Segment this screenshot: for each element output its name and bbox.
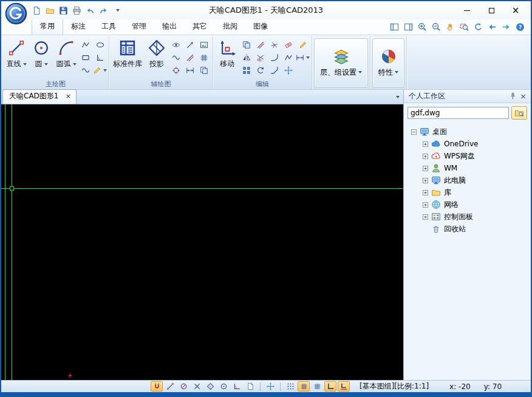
center-snap-toggle[interactable] bbox=[217, 381, 230, 392]
circle-button[interactable]: 圆 bbox=[29, 37, 53, 77]
intersection-snap-toggle[interactable] bbox=[191, 381, 203, 392]
tree-node-onedrive[interactable]: +OneDrive bbox=[404, 138, 531, 150]
undo-button[interactable] bbox=[84, 4, 96, 16]
expand-toggle[interactable]: + bbox=[423, 190, 428, 195]
properties-button[interactable]: 特性 bbox=[372, 38, 404, 87]
tree-node-control-panel[interactable]: +控制面板 bbox=[404, 211, 531, 223]
measure-button[interactable] bbox=[296, 52, 310, 64]
expand-toggle[interactable]: + bbox=[423, 141, 428, 147]
construction-line-button[interactable] bbox=[93, 52, 107, 64]
break-button[interactable] bbox=[282, 52, 295, 64]
hatch-button[interactable] bbox=[197, 52, 211, 64]
tab-close-icon[interactable]: × bbox=[64, 93, 72, 100]
tree-node-desktop[interactable]: −桌面 bbox=[404, 126, 531, 138]
tree-node-recycle-bin[interactable]: 回收站 bbox=[404, 223, 531, 235]
fillet-button[interactable] bbox=[268, 52, 281, 64]
print-button[interactable] bbox=[70, 4, 83, 16]
ribbon-tab-review[interactable]: 批阅 bbox=[215, 19, 245, 35]
maximize-button[interactable] bbox=[481, 4, 502, 16]
grid-display-toggle[interactable] bbox=[311, 381, 323, 392]
standard-parts-library-button[interactable]: 标准件库 bbox=[111, 37, 144, 77]
explode-button[interactable] bbox=[268, 39, 281, 51]
previous-view-button[interactable] bbox=[486, 21, 498, 33]
ellipse-button[interactable] bbox=[93, 39, 107, 51]
close-button[interactable]: × bbox=[505, 4, 526, 16]
save-button[interactable] bbox=[57, 4, 69, 16]
ribbon-tab-dimension[interactable]: 标注 bbox=[63, 19, 94, 35]
help-button[interactable]: ? bbox=[514, 21, 526, 33]
arc-button[interactable]: 圆弧 bbox=[54, 37, 78, 77]
move-button[interactable]: 移动 bbox=[215, 37, 239, 77]
polyline-button[interactable] bbox=[79, 39, 92, 51]
minimize-button[interactable] bbox=[457, 4, 477, 16]
rotate-button[interactable] bbox=[254, 64, 267, 76]
line-button[interactable]: 直线 bbox=[4, 37, 29, 77]
zoom-window-button[interactable] bbox=[458, 21, 470, 33]
offset-button[interactable] bbox=[254, 39, 267, 51]
projection-button[interactable]: 投影 bbox=[145, 37, 169, 77]
tab-list-dropdown-button[interactable] bbox=[394, 92, 400, 101]
snap-off-toggle[interactable] bbox=[177, 381, 189, 392]
ribbon-tab-tools[interactable]: 工具 bbox=[94, 19, 124, 35]
ribbon-tab-image[interactable]: 图像 bbox=[245, 19, 276, 35]
expand-toggle[interactable]: + bbox=[423, 166, 428, 171]
dimension-line-button[interactable] bbox=[183, 64, 197, 76]
customize-quick-access-button[interactable] bbox=[111, 4, 123, 16]
mirror-button[interactable] bbox=[240, 52, 253, 64]
tree-node-network[interactable]: +网络 bbox=[404, 198, 531, 211]
pan-button[interactable] bbox=[444, 21, 456, 33]
edit-polyline-button[interactable] bbox=[296, 39, 310, 51]
expand-toggle[interactable]: + bbox=[423, 154, 428, 159]
regenerate-button[interactable] bbox=[472, 21, 484, 33]
ribbon-tab-common[interactable]: 常用 bbox=[32, 18, 63, 35]
tree-node-libraries[interactable]: +库 bbox=[404, 186, 531, 198]
stretch-button[interactable] bbox=[282, 64, 295, 76]
open-button[interactable] bbox=[44, 4, 56, 16]
parallel-line-button[interactable] bbox=[183, 52, 197, 64]
zoom-in-button[interactable] bbox=[416, 21, 428, 33]
ribbon-tab-other[interactable]: 其它 bbox=[185, 19, 215, 35]
panel-pin-button[interactable] bbox=[508, 91, 518, 101]
rectangle-button[interactable] bbox=[79, 52, 92, 64]
browse-folder-button[interactable] bbox=[511, 106, 527, 120]
workspace-panel-toggle-button[interactable] bbox=[388, 21, 400, 33]
chamfer-button[interactable] bbox=[268, 64, 281, 76]
grid-snap-toggle[interactable] bbox=[298, 381, 310, 392]
copy-button[interactable] bbox=[240, 39, 253, 51]
ribbon-tab-manage[interactable]: 管理 bbox=[124, 19, 154, 35]
sketch-button[interactable] bbox=[93, 64, 107, 76]
insert-image-button[interactable] bbox=[197, 39, 211, 51]
zoom-out-button[interactable] bbox=[430, 21, 442, 33]
new-button[interactable] bbox=[30, 4, 43, 16]
redo-button[interactable] bbox=[97, 4, 109, 16]
panel-close-button[interactable]: × bbox=[518, 91, 528, 101]
endpoint-snap-toggle[interactable] bbox=[164, 381, 176, 392]
spline-button[interactable] bbox=[79, 64, 92, 76]
object-snap-settings-toggle[interactable] bbox=[151, 381, 163, 392]
expand-toggle[interactable]: + bbox=[423, 178, 428, 183]
title-bar[interactable]: 天喻CAD图形1 - 天喻CAD2013 × bbox=[1, 1, 531, 19]
trim-button[interactable] bbox=[254, 52, 267, 64]
ortho-mode-toggle[interactable] bbox=[324, 381, 336, 392]
angle-snap-toggle[interactable] bbox=[231, 381, 243, 392]
layer-group-settings-button[interactable]: 层、组设置 bbox=[314, 38, 368, 87]
drawing-canvas[interactable]: + bbox=[1, 104, 403, 380]
wavy-line-button[interactable] bbox=[169, 52, 183, 64]
ribbon-tab-output[interactable]: 输出 bbox=[154, 19, 185, 35]
baseline-mode-toggle[interactable] bbox=[338, 381, 350, 392]
properties-panel-toggle-button[interactable] bbox=[402, 21, 414, 33]
document-tab-drawing-1[interactable]: 天喻CAD图形1× bbox=[2, 89, 77, 104]
leader-button[interactable] bbox=[183, 39, 197, 51]
expand-toggle[interactable]: + bbox=[423, 202, 428, 208]
next-view-button[interactable] bbox=[500, 21, 512, 33]
tree-node-this-pc[interactable]: +此电脑 bbox=[404, 174, 531, 186]
workspace-search-input[interactable] bbox=[408, 107, 509, 119]
tree-node-wm[interactable]: +WM bbox=[404, 162, 531, 174]
collapse-toggle[interactable]: − bbox=[411, 129, 417, 135]
erase-button[interactable] bbox=[282, 39, 295, 51]
snap-notes-toggle[interactable] bbox=[244, 381, 256, 392]
center-mark-button[interactable] bbox=[169, 64, 183, 76]
block-button[interactable] bbox=[197, 64, 211, 76]
expand-toggle[interactable]: + bbox=[423, 214, 428, 220]
node-snap-toggle[interactable] bbox=[204, 381, 216, 392]
